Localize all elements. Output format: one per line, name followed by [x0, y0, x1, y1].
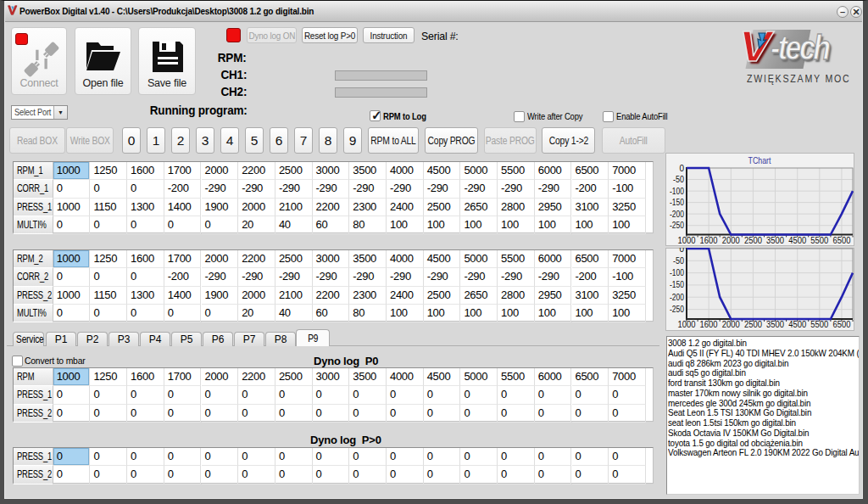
svg-text:1000: 1000 [678, 236, 696, 245]
svg-text:4500: 4500 [788, 320, 806, 329]
svg-text:-250: -250 [670, 305, 684, 314]
svg-text:-50: -50 [673, 256, 684, 266]
svg-text:2000: 2000 [722, 320, 740, 329]
svg-text:-100: -100 [670, 268, 684, 277]
svg-text:1600: 1600 [700, 320, 718, 329]
svg-text:-200: -200 [670, 293, 684, 302]
svg-text:2500: 2500 [744, 236, 762, 245]
svg-text:-50: -50 [673, 175, 684, 184]
svg-text:-200: -200 [670, 210, 684, 219]
svg-text:6500: 6500 [832, 320, 850, 329]
svg-text:0: 0 [679, 248, 684, 254]
svg-text:2000: 2000 [722, 236, 740, 245]
svg-text:2500: 2500 [744, 320, 762, 329]
svg-text:0: 0 [679, 164, 684, 173]
svg-text:3500: 3500 [766, 320, 784, 329]
svg-text:6500: 6500 [832, 236, 850, 245]
svg-text:-250: -250 [670, 221, 684, 230]
svg-text:-150: -150 [670, 280, 684, 289]
svg-text:-150: -150 [670, 198, 684, 207]
svg-text:5500: 5500 [810, 236, 828, 245]
svg-text:5500: 5500 [810, 320, 828, 329]
svg-text:TChart: TChart [748, 156, 771, 165]
svg-text:3500: 3500 [766, 236, 784, 245]
svg-text:4500: 4500 [788, 236, 806, 245]
svg-text:1600: 1600 [700, 236, 718, 245]
svg-text:-100: -100 [670, 187, 684, 196]
svg-text:1000: 1000 [678, 320, 696, 329]
